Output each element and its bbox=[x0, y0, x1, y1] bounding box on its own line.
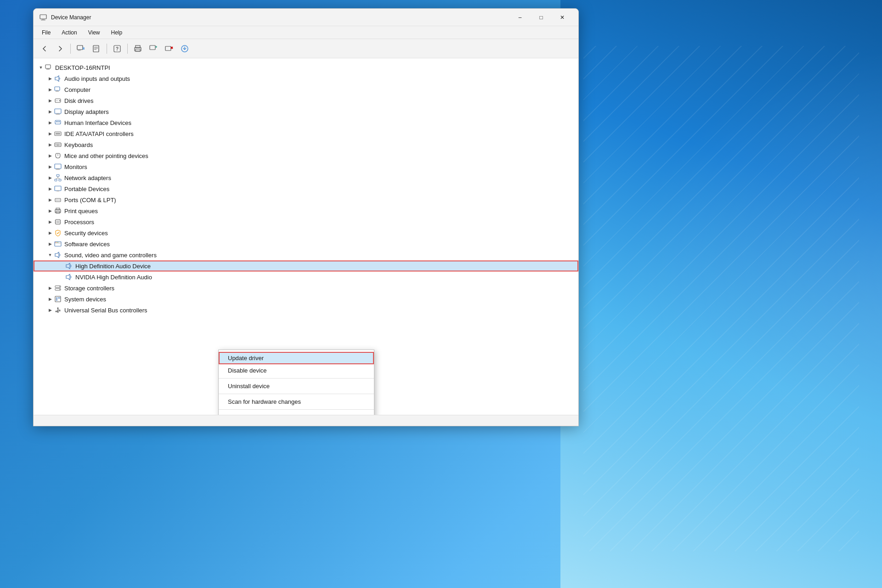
tree-item-display[interactable]: ▶ Display adapters bbox=[34, 106, 578, 117]
svg-rect-38 bbox=[57, 121, 58, 122]
svg-rect-28 bbox=[56, 90, 58, 91]
svg-rect-24 bbox=[47, 68, 49, 69]
security-icon bbox=[54, 229, 62, 237]
tree-item-processors[interactable]: ▶ Processors bbox=[34, 216, 578, 227]
svg-marker-83 bbox=[55, 252, 59, 258]
ide-expand-icon: ▶ bbox=[46, 130, 54, 137]
software-icon bbox=[54, 240, 62, 248]
ctx-scan-hardware[interactable]: Scan for hardware changes bbox=[219, 396, 374, 408]
display-icon bbox=[54, 107, 62, 116]
svg-point-89 bbox=[59, 289, 60, 290]
tree-item-disk[interactable]: ▶ Disk drives bbox=[34, 95, 578, 106]
tree-item-computer[interactable]: ▶ Computer bbox=[34, 84, 578, 95]
toolbar-update-button[interactable] bbox=[177, 42, 192, 56]
svg-rect-7 bbox=[93, 45, 99, 52]
tree-item-storage[interactable]: ▶ Storage controllers bbox=[34, 283, 578, 294]
tree-item-mice[interactable]: ▶ Mice and other pointing devices bbox=[34, 150, 578, 161]
toolbar-help-button[interactable]: ? bbox=[110, 42, 124, 56]
svg-rect-35 bbox=[56, 114, 60, 115]
toolbar-print-button[interactable] bbox=[130, 42, 145, 56]
menu-action[interactable]: Action bbox=[57, 28, 81, 37]
maximize-button[interactable]: □ bbox=[531, 10, 552, 25]
toolbar-properties-button[interactable] bbox=[89, 42, 104, 56]
tree-item-hid[interactable]: ▶ Human Interface Devices bbox=[34, 117, 578, 128]
svg-rect-0 bbox=[40, 15, 46, 19]
svg-rect-19 bbox=[165, 46, 171, 51]
svg-point-82 bbox=[57, 242, 58, 243]
context-menu: Update driver Disable device Uninstall d… bbox=[218, 350, 374, 415]
ctx-update-driver[interactable]: Update driver bbox=[219, 352, 374, 364]
svg-rect-49 bbox=[60, 145, 61, 146]
portable-icon bbox=[54, 185, 62, 193]
tree-item-system[interactable]: ▶ System devices bbox=[34, 294, 578, 305]
tree-item-ide[interactable]: ▶ IDE ATA/ATAPI controllers bbox=[34, 128, 578, 139]
audio-label: Audio inputs and outputs bbox=[64, 75, 130, 82]
tree-item-network[interactable]: ▶ Network adapters bbox=[34, 172, 578, 183]
svg-rect-34 bbox=[57, 113, 59, 114]
svg-rect-55 bbox=[57, 175, 59, 176]
display-expand-icon: ▶ bbox=[46, 108, 54, 115]
ctx-uninstall-device[interactable]: Uninstall device bbox=[219, 380, 374, 392]
svg-rect-39 bbox=[59, 121, 60, 122]
title-bar-buttons: – □ ✕ bbox=[509, 10, 573, 25]
tree-root[interactable]: ▼ DESKTOP-16RNTPI bbox=[34, 62, 578, 73]
ctx-scan-label: Scan for hardware changes bbox=[228, 398, 301, 405]
tree-item-hd-audio[interactable]: High Definition Audio Device bbox=[34, 260, 578, 271]
ports-label: Ports (COM & LPT) bbox=[64, 197, 116, 204]
svg-rect-48 bbox=[57, 145, 59, 146]
svg-rect-16 bbox=[150, 45, 155, 50]
svg-rect-54 bbox=[56, 170, 60, 170]
ctx-properties[interactable]: Properties bbox=[219, 411, 374, 415]
svg-rect-61 bbox=[55, 186, 61, 191]
svg-rect-41 bbox=[56, 133, 60, 135]
svg-point-64 bbox=[56, 200, 57, 201]
minimize-button[interactable]: – bbox=[509, 10, 531, 25]
svg-rect-2 bbox=[41, 20, 45, 20]
tree-item-monitors[interactable]: ▶ Monitors bbox=[34, 161, 578, 172]
menu-file[interactable]: File bbox=[37, 28, 55, 37]
tree-item-usb[interactable]: ▶ Universal Serial Bus controllers bbox=[34, 305, 578, 316]
svg-rect-91 bbox=[56, 297, 57, 301]
menu-bar: File Action View Help bbox=[34, 26, 578, 39]
ctx-disable-label: Disable device bbox=[228, 367, 267, 374]
svg-point-51 bbox=[57, 155, 58, 156]
svg-rect-57 bbox=[59, 179, 61, 181]
tree-item-portable[interactable]: ▶ Portable Devices bbox=[34, 183, 578, 194]
tree-item-security[interactable]: ▶ Security devices bbox=[34, 227, 578, 238]
svg-point-81 bbox=[57, 242, 57, 243]
ctx-properties-label: Properties bbox=[228, 414, 257, 415]
toolbar-remove-button[interactable] bbox=[162, 42, 176, 56]
tree-item-keyboards[interactable]: ▶ Keyboards bbox=[34, 139, 578, 150]
tree-item-sound[interactable]: ▼ Sound, video and game controllers bbox=[34, 249, 578, 260]
svg-rect-29 bbox=[56, 91, 59, 92]
svg-point-80 bbox=[55, 242, 56, 243]
svg-line-77 bbox=[58, 232, 59, 234]
tree-item-ports[interactable]: ▶ Ports (COM & LPT) bbox=[34, 194, 578, 205]
toolbar: ? bbox=[34, 39, 578, 58]
menu-help[interactable]: Help bbox=[107, 28, 127, 37]
processors-label: Processors bbox=[64, 219, 94, 226]
ide-label: IDE ATA/ATAPI controllers bbox=[64, 130, 134, 137]
svg-rect-8 bbox=[94, 47, 98, 47]
svg-rect-6 bbox=[83, 47, 85, 50]
tree-item-audio[interactable]: ▶ Audio inputs and outputs bbox=[34, 73, 578, 84]
menu-view[interactable]: View bbox=[84, 28, 105, 37]
software-label: Software devices bbox=[64, 241, 110, 248]
toolbar-back-button[interactable] bbox=[37, 42, 52, 56]
svg-rect-52 bbox=[55, 164, 61, 169]
ctx-disable-device[interactable]: Disable device bbox=[219, 364, 374, 377]
tree-item-print[interactable]: ▶ Print queues bbox=[34, 205, 578, 216]
tree-item-software[interactable]: ▶ Software devices bbox=[34, 238, 578, 249]
sound-label: Sound, video and game controllers bbox=[64, 252, 157, 259]
toolbar-add-device-button[interactable] bbox=[146, 42, 161, 56]
tree-item-nvidia-audio[interactable]: NVIDIA High Definition Audio bbox=[34, 271, 578, 283]
toolbar-forward-button[interactable] bbox=[53, 42, 68, 56]
monitors-icon bbox=[54, 163, 62, 171]
toolbar-show-hidden-button[interactable] bbox=[74, 42, 88, 56]
ports-icon bbox=[54, 196, 62, 204]
status-bar bbox=[34, 415, 578, 426]
portable-expand-icon: ▶ bbox=[46, 185, 54, 192]
close-button[interactable]: ✕ bbox=[552, 10, 573, 25]
svg-marker-26 bbox=[55, 76, 59, 81]
ide-icon bbox=[54, 130, 62, 138]
